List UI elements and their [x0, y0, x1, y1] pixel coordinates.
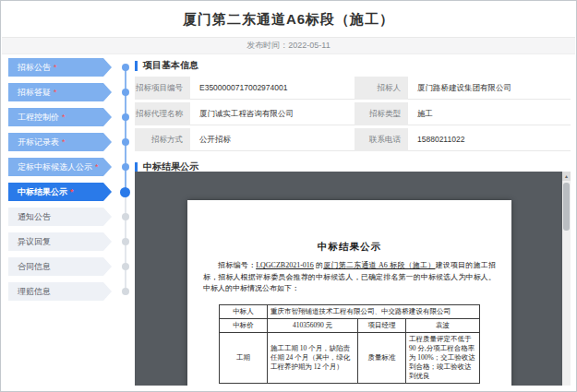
- bid-number: LQGCZB2021-016: [256, 261, 314, 269]
- cell-manager-label: 项目经理: [357, 318, 405, 332]
- timeline-dot: [122, 64, 129, 71]
- timeline-dot: [122, 238, 129, 245]
- cell-winner-label: 中标人: [219, 304, 267, 318]
- cell-duration-label: 工期: [219, 332, 267, 383]
- field-label-tender-method: 招标方式: [135, 128, 190, 151]
- field-value-project-no: E3500000717002974001: [190, 77, 355, 100]
- award-result-table: 中标人 重庆市智翔铺道技术工程有限公司、中交路桥建设有限公司 中标价 41035…: [219, 304, 480, 384]
- cell-quality-value: 工程质量评定不低于 90 分,分项工程合格率为 100%；交工验收达到合格；竣工…: [405, 332, 479, 383]
- basic-info-form: 招标项目编号 E3500000717002974001 招标人 厦门路桥建设集团…: [135, 77, 571, 151]
- document-page: 中标结果公示 招标编号：LQGCZB2021-016 的厦门第二东通道 A6 标…: [187, 200, 511, 386]
- required-asterisk: *: [54, 88, 57, 97]
- page-frame: 厦门第二东通道A6标段（施工） 发布时间：2022-05-11 招标公告* 招标…: [0, 0, 577, 392]
- cell-manager-value: 袁波: [405, 318, 479, 332]
- section-accent-bar: [135, 162, 138, 172]
- cell-price-label: 中标价: [219, 318, 267, 332]
- scroll-up-icon[interactable]: ▲: [562, 172, 571, 181]
- timeline-dot: [122, 213, 129, 220]
- sidebar-item-notice[interactable]: 通知公告: [8, 208, 112, 226]
- field-label-tender-type: 招标类型: [355, 102, 408, 125]
- timeline-dot: [122, 138, 129, 146]
- publish-bar: 发布时间：2022-05-11: [2, 37, 575, 54]
- timeline-line-active: [125, 67, 126, 194]
- required-asterisk: *: [95, 162, 99, 172]
- cell-duration-value: 施工工期 10 个月，缺陷责任期 24 个月（其中，绿化工程养护期为 12 个月…: [267, 332, 357, 383]
- page-title: 厦门第二东通道A6标段（施工）: [183, 11, 394, 29]
- field-label-project-no: 招标项目编号: [135, 77, 190, 100]
- field-label-agency: 招标代理名称: [135, 102, 190, 125]
- timeline-dot: [122, 263, 129, 270]
- cell-price-value: 410356090 元: [267, 318, 357, 332]
- document-viewer[interactable]: 中标结果公示 招标编号：LQGCZB2021-016 的厦门第二东通道 A6 标…: [135, 172, 571, 386]
- section-basic-info-header: 项目基本信息: [135, 60, 198, 71]
- sidebar-item-candidate-publicity[interactable]: 定标中标候选人公示*: [8, 158, 112, 176]
- cell-winner-value: 重庆市智翔铺道技术工程有限公司、中交路桥建设有限公司: [267, 304, 479, 318]
- timeline-dot: [122, 113, 129, 121]
- required-asterisk: *: [54, 63, 57, 72]
- timeline-dot: [122, 163, 129, 171]
- sidebar-nav: 招标公告* 招标答疑* 工程控制价* 开标记录表* 定标中标候选人公示* 中标结…: [8, 58, 128, 307]
- field-value-contact-phone: 15880211022: [408, 128, 571, 151]
- field-value-tender-method: 公开招标: [190, 128, 355, 151]
- timeline-dot: [122, 288, 129, 295]
- timeline-dot: [122, 89, 129, 96]
- sidebar-item-tender-notice[interactable]: 招标公告*: [8, 58, 112, 77]
- field-value-tenderer: 厦门路桥建设集团有限公司: [408, 77, 571, 100]
- sidebar-item-award-result[interactable]: 中标结果公示*: [8, 183, 112, 201]
- sidebar-item-control-price[interactable]: 工程控制价*: [8, 108, 112, 126]
- field-value-tender-type: 施工: [408, 102, 571, 125]
- document-paragraph: 招标编号：LQGCZB2021-016 的厦门第二东通道 A6 标段（施工）建设…: [203, 260, 496, 295]
- section-accent-bar: [135, 61, 138, 71]
- required-asterisk: *: [62, 137, 66, 147]
- document-title: 中标结果公示: [187, 241, 511, 254]
- publish-time: 发布时间：2022-05-11: [246, 40, 330, 52]
- scrollbar-thumb[interactable]: [563, 183, 570, 231]
- required-asterisk: *: [62, 113, 66, 122]
- sidebar-item-objection-reply[interactable]: 异议回复: [8, 232, 112, 251]
- sidebar-item-tender-qa[interactable]: 招标答疑*: [8, 83, 112, 101]
- header: 厦门第二东通道A6标段（施工）: [2, 2, 575, 37]
- field-label-contact-phone: 联系电话: [355, 128, 408, 151]
- sidebar-item-contract-info[interactable]: 合同信息: [8, 257, 112, 276]
- section-title: 项目基本信息: [143, 59, 198, 72]
- cell-quality-label: 质量标准: [357, 332, 405, 383]
- project-name: 厦门第二东通道 A6 标段（施工）: [323, 261, 435, 269]
- sidebar-item-claims-info[interactable]: 理赔信息: [8, 282, 112, 301]
- timeline-dot-active: [120, 187, 130, 197]
- required-asterisk: *: [70, 187, 74, 196]
- sidebar-item-bid-opening-record[interactable]: 开标记录表*: [8, 133, 112, 151]
- viewer-scrollbar[interactable]: ▲: [562, 172, 571, 386]
- field-label-tenderer: 招标人: [355, 77, 408, 100]
- field-value-agency: 厦门诚实工程咨询有限公司: [190, 102, 355, 125]
